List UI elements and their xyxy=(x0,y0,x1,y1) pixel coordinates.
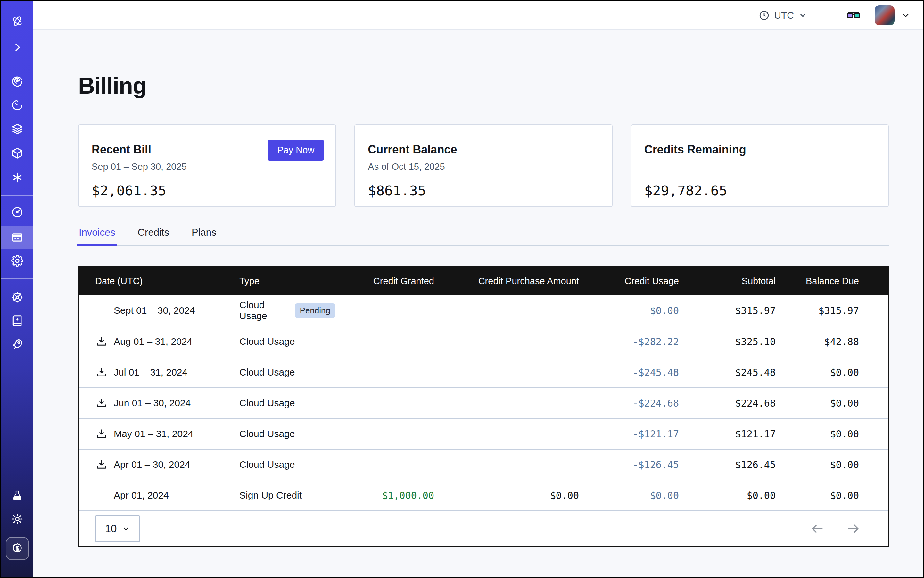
tab-credits[interactable]: Credits xyxy=(137,227,170,245)
tab-invoices[interactable]: Invoices xyxy=(78,227,116,245)
card-subtitle: As of Oct 15, 2025 xyxy=(368,161,599,174)
download-invoice-icon[interactable] xyxy=(95,427,108,440)
credit-usage-value: -$245.48 xyxy=(579,367,679,378)
previous-page-arrow-icon[interactable] xyxy=(810,521,825,536)
subtotal-value: $315.97 xyxy=(679,305,776,316)
user-avatar[interactable] xyxy=(875,5,895,25)
col-balance-due: Balance Due xyxy=(776,276,859,286)
recent-bill-amount: $2,061.35 xyxy=(92,183,323,199)
credit-usage-value: -$121.17 xyxy=(579,429,679,440)
card-subtitle xyxy=(644,161,875,174)
invoice-type: Cloud Usage xyxy=(239,459,295,470)
invoice-type: Cloud Usage xyxy=(239,336,295,347)
recent-bill-card: Recent Bill Sep 01 – Sep 30, 2025 $2,061… xyxy=(78,124,336,207)
timezone-selector[interactable]: UTC xyxy=(759,10,807,21)
credits-remaining-amount: $29,782.65 xyxy=(644,183,875,199)
summary-cards: Recent Bill Sep 01 – Sep 30, 2025 $2,061… xyxy=(78,124,889,207)
next-page-arrow-icon[interactable] xyxy=(846,521,860,536)
invoice-period: Sept 01 – 30, 2024 xyxy=(114,305,195,316)
tab-plans[interactable]: Plans xyxy=(191,227,217,245)
sidebar-item-observe-icon[interactable] xyxy=(10,74,24,88)
table-row: Aug 01 – 31, 2024 Cloud Usage -$282.22 $… xyxy=(79,326,888,357)
credits-dollar-badge-button[interactable] xyxy=(6,537,29,560)
page-title: Billing xyxy=(78,72,923,99)
timezone-label: UTC xyxy=(774,10,794,21)
sidebar-item-rocket-icon[interactable] xyxy=(10,337,24,351)
table-header-row: Date (UTC) Type Credit Granted Credit Pu… xyxy=(79,267,888,295)
invoice-period: Apr 01 – 30, 2024 xyxy=(114,459,190,470)
subtotal-value: $325.10 xyxy=(679,336,776,347)
balance-due-value: $0.00 xyxy=(776,490,859,501)
sidebar-item-labs-flask-icon[interactable] xyxy=(10,488,24,502)
credit-usage-value: $0.00 xyxy=(579,490,679,501)
download-invoice-icon[interactable] xyxy=(95,335,108,348)
table-row: Jun 01 – 30, 2024 Cloud Usage -$224.68 $… xyxy=(79,387,888,418)
sidebar-item-asterisk-icon[interactable] xyxy=(10,170,24,185)
table-row: Apr 01, 2024 Sign Up Credit $1,000.00 $0… xyxy=(79,480,888,510)
clock-icon xyxy=(759,10,770,21)
billing-tabs: Invoices Credits Plans xyxy=(78,227,889,246)
download-invoice-icon[interactable] xyxy=(95,397,108,409)
balance-due-value: $315.97 xyxy=(776,305,859,316)
3d-glasses-icon[interactable] xyxy=(846,8,861,23)
current-balance-amount: $861.35 xyxy=(368,183,599,199)
invoice-period: May 01 – 31, 2024 xyxy=(114,429,193,439)
col-credit-usage: Credit Usage xyxy=(579,276,679,286)
sidebar-theme-sun-icon[interactable] xyxy=(10,512,24,526)
sidebar-item-timer-icon[interactable] xyxy=(10,98,24,112)
main-content: Billing Recent Bill Sep 01 – Sep 30, 202… xyxy=(33,30,923,577)
sidebar-item-usage-gauge-icon[interactable] xyxy=(10,205,24,219)
table-footer: 10 xyxy=(79,510,888,546)
invoice-rows: Sept 01 – 30, 2024 Cloud Usage Pending $… xyxy=(79,295,888,510)
invoice-period: Aug 01 – 31, 2024 xyxy=(114,336,192,347)
col-subtotal: Subtotal xyxy=(679,276,776,286)
credit-granted-value: $1,000.00 xyxy=(335,490,434,501)
col-credit-purchase-amount: Credit Purchase Amount xyxy=(434,276,579,286)
page-size-select[interactable]: 10 xyxy=(95,515,140,542)
download-invoice-icon[interactable] xyxy=(95,458,108,471)
invoice-type: Sign Up Credit xyxy=(239,490,302,501)
subtotal-value: $245.48 xyxy=(679,367,776,378)
app-window: UTC Billing Recent Bill Sep 01 – Sep 30,… xyxy=(0,0,924,578)
col-date: Date (UTC) xyxy=(95,276,239,286)
card-title: Credits Remaining xyxy=(644,143,875,156)
balance-due-value: $0.00 xyxy=(776,367,859,378)
invoice-type: Cloud Usage xyxy=(239,300,288,321)
invoices-table: Date (UTC) Type Credit Granted Credit Pu… xyxy=(78,266,889,547)
chevron-down-icon xyxy=(122,524,130,533)
invoice-type: Cloud Usage xyxy=(239,367,295,378)
invoice-type: Cloud Usage xyxy=(239,429,295,439)
credits-remaining-card: Credits Remaining $29,782.65 xyxy=(631,124,889,207)
col-type: Type xyxy=(239,276,335,286)
card-title: Current Balance xyxy=(368,143,599,156)
sidebar-item-helm-wheel-icon[interactable] xyxy=(10,290,24,304)
card-subtitle: Sep 01 – Sep 30, 2025 xyxy=(92,161,323,174)
chevron-down-icon xyxy=(798,11,807,20)
credit-usage-value: $0.00 xyxy=(579,305,679,316)
billing-card-icon xyxy=(10,231,24,244)
sidebar-item-billing-active[interactable] xyxy=(1,226,33,249)
credit-usage-value: -$282.22 xyxy=(579,336,679,347)
account-menu-chevron-icon[interactable] xyxy=(901,11,911,20)
subtotal-value: $0.00 xyxy=(679,490,776,501)
sidebar-item-layers-icon[interactable] xyxy=(10,122,24,136)
table-row: Jul 01 – 31, 2024 Cloud Usage -$245.48 $… xyxy=(79,357,888,387)
sidebar-item-docs-book-icon[interactable] xyxy=(10,313,24,328)
subtotal-value: $224.68 xyxy=(679,398,776,409)
table-row: Apr 01 – 30, 2024 Cloud Usage -$126.45 $… xyxy=(79,449,888,480)
current-balance-card: Current Balance As of Oct 15, 2025 $861.… xyxy=(354,124,612,207)
sidebar xyxy=(1,1,33,577)
invoice-period: Jul 01 – 31, 2024 xyxy=(114,367,187,378)
subtotal-value: $126.45 xyxy=(679,459,776,470)
subtotal-value: $121.17 xyxy=(679,429,776,440)
page-size-value: 10 xyxy=(105,523,117,535)
table-row: May 01 – 31, 2024 Cloud Usage -$121.17 $… xyxy=(79,418,888,449)
download-invoice-icon[interactable] xyxy=(95,366,108,379)
sidebar-divider xyxy=(1,278,33,279)
balance-due-value: $0.00 xyxy=(776,429,859,440)
sidebar-expand-chevron-icon[interactable] xyxy=(10,41,24,54)
sidebar-item-settings-gear-icon[interactable] xyxy=(10,254,24,268)
sidebar-item-cube-icon[interactable] xyxy=(10,146,24,160)
pay-now-button[interactable]: Pay Now xyxy=(268,140,324,161)
invoice-period: Apr 01, 2024 xyxy=(114,490,169,501)
